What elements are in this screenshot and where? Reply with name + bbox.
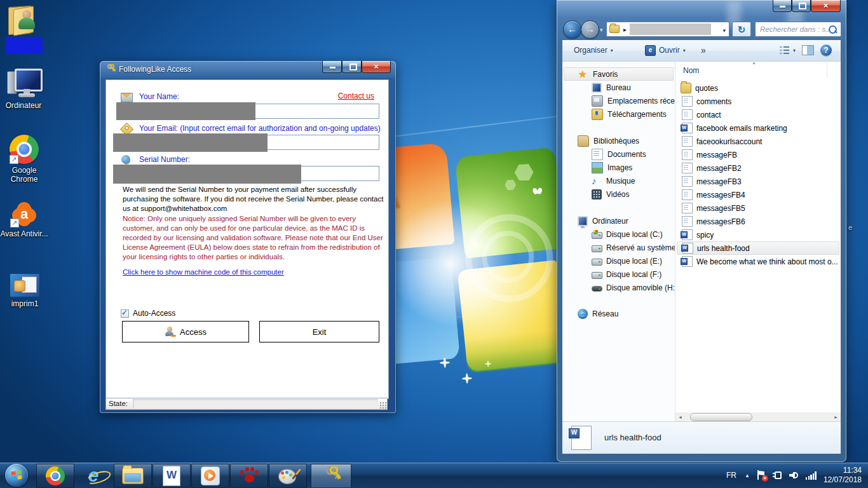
show-hidden-icons-button[interactable]: ▲ (745, 473, 750, 478)
history-dropdown-icon[interactable]: ▾ (600, 27, 603, 33)
list-item[interactable]: messageFB3 (677, 175, 839, 188)
word-file-icon (682, 229, 693, 240)
network-icon (578, 309, 588, 319)
desktop-icon-label: Google Chrome (0, 166, 51, 184)
close-button[interactable]: × (362, 61, 391, 73)
list-item[interactable]: contact (677, 108, 839, 121)
access-button[interactable]: Access (122, 321, 249, 342)
column-divider[interactable] (827, 63, 827, 78)
sidebar-item-favoris[interactable]: ★ Favoris (564, 67, 674, 81)
start-button[interactable] (5, 464, 28, 487)
scrollbar-thumb[interactable] (690, 413, 752, 421)
address-bar[interactable]: ▸ ▾ (606, 22, 729, 37)
forward-button[interactable]: → (581, 20, 599, 39)
taskbar-explorer-button[interactable] (114, 464, 152, 488)
desktop-icon-label: imprim1 (0, 299, 51, 308)
scroll-left-icon[interactable]: ◄ (675, 415, 685, 419)
address-dropdown-icon[interactable]: ▾ (722, 27, 726, 34)
desktop-icon-avast[interactable]: a ↗ Avast Antivir... (0, 201, 51, 238)
list-item[interactable]: faceookurlsaccount (677, 135, 839, 148)
clock[interactable]: 11:34 12/07/2018 (824, 466, 865, 485)
followinglike-access-window: FollowingLike Access × Contact us Your N… (100, 61, 396, 413)
horizontal-scrollbar[interactable]: ◄ ► (675, 412, 841, 422)
desktop-icon-user-folder[interactable] (0, 5, 51, 53)
exit-button[interactable]: Exit (259, 321, 379, 342)
list-item[interactable]: messageFB (677, 148, 839, 161)
scrollbar-track[interactable] (685, 412, 831, 422)
minimize-button[interactable] (322, 61, 342, 73)
word-document-icon (571, 426, 592, 450)
taskbar-paw-app-button[interactable] (230, 464, 268, 488)
sidebar-item-musique[interactable]: ♪ Musique (562, 174, 675, 187)
column-header-nom[interactable]: Nom (683, 66, 699, 75)
redacted-email-value (113, 133, 268, 152)
sidebar-item-disque-d[interactable]: Réservé au système (D:) (562, 241, 675, 254)
sidebar-item-documents[interactable]: Documents (562, 147, 675, 161)
taskbar-paint-button[interactable] (269, 464, 307, 488)
sidebar-item-disque-h[interactable]: Disque amovible (H:) (562, 281, 675, 294)
window-title[interactable]: FollowingLike Access (119, 61, 191, 78)
sidebar-item-ordinateur[interactable]: Ordinateur (562, 214, 675, 227)
minimize-button[interactable] (773, 0, 792, 12)
list-item[interactable]: messagesFB4 (677, 188, 839, 201)
dialog-status-bar: State: (105, 398, 388, 410)
breadcrumb-arrow-icon: ▸ (623, 26, 627, 33)
computer-icon (578, 216, 588, 226)
maximize-button[interactable] (342, 61, 362, 73)
list-item[interactable]: messagesFB5 (677, 201, 839, 215)
taskbar-media-player-button[interactable] (191, 464, 229, 488)
action-center-icon[interactable]: × (757, 470, 766, 480)
list-item[interactable]: comments (677, 95, 839, 108)
list-item-selected[interactable]: urls health-food (677, 241, 839, 255)
file-list: ▲ Nom quotes comments contact facebook e… (675, 62, 841, 422)
sidebar-item-telechargements[interactable]: Téléchargements (562, 107, 675, 121)
volume-icon[interactable] (789, 471, 799, 480)
sidebar-item-bureau[interactable]: Bureau (562, 81, 675, 94)
list-item[interactable]: We become what we think about most o... (677, 255, 839, 268)
scroll-right-icon[interactable]: ► (831, 415, 841, 419)
refresh-button[interactable]: ↻ (732, 22, 751, 37)
list-item[interactable]: facebook emails marketing (677, 121, 839, 135)
close-button[interactable]: × (811, 0, 841, 12)
help-icon[interactable]: ? (820, 44, 832, 56)
maximize-button[interactable] (792, 0, 811, 12)
sidebar-item-emplacements-recents[interactable]: Emplacements récents (562, 94, 675, 107)
more-commands-button[interactable]: » (701, 40, 706, 60)
change-view-button[interactable]: ▾ (780, 46, 796, 55)
taskbar-followinglike-button[interactable] (311, 464, 351, 488)
ouvrir-menu[interactable]: e Ouvrir▾ (645, 40, 686, 60)
list-item[interactable]: spicy (677, 228, 839, 241)
windows-logo-icon (11, 470, 22, 481)
sidebar-item-disque-c[interactable]: Disque local (C:) (562, 227, 675, 241)
resize-grip[interactable] (379, 402, 386, 409)
taskbar-ie-button[interactable]: e (75, 464, 112, 487)
preview-pane-icon[interactable] (802, 45, 814, 55)
machine-code-link[interactable]: Click here to show machine code of this … (123, 268, 284, 276)
taskbar-chrome-button[interactable] (36, 464, 74, 488)
redacted-name-value (116, 102, 255, 120)
folder-icon (681, 83, 691, 93)
desktop-icon-google-chrome[interactable]: ↗ Google Chrome (0, 135, 51, 184)
language-indicator[interactable]: FR (725, 471, 738, 480)
notice-text: Notice: Only one uniquely assigned Seria… (123, 214, 386, 262)
search-input[interactable]: Rechercher dans : s... (755, 22, 841, 37)
list-item[interactable]: messagesFB6 (677, 215, 839, 228)
text-file-icon (682, 176, 693, 187)
power-plug-icon[interactable] (773, 471, 782, 480)
network-signal-icon[interactable] (806, 471, 817, 480)
desktop-icon-ordinateur[interactable]: Ordinateur (0, 67, 50, 110)
contact-us-link[interactable]: Contact us (338, 92, 374, 100)
list-item[interactable]: quotes (677, 81, 839, 95)
sidebar-item-videos[interactable]: Vidéos (562, 187, 675, 201)
sidebar-item-images[interactable]: Images (562, 161, 675, 174)
taskbar-word-button[interactable] (153, 464, 191, 488)
desktop-icon-imprim1[interactable]: imprim1 (0, 273, 51, 308)
sidebar-item-disque-e[interactable]: Disque local (E:) (562, 254, 675, 268)
organiser-menu[interactable]: Organiser▾ (574, 40, 613, 60)
list-item[interactable]: messageFB2 (677, 161, 839, 175)
sidebar-item-disque-f[interactable]: Disque local (F:) (562, 268, 675, 281)
sidebar-item-reseau[interactable]: Réseau (562, 307, 675, 320)
sidebar-item-bibliotheques[interactable]: Bibliothèques (562, 134, 675, 147)
back-button[interactable]: ← (563, 20, 581, 39)
auto-access-checkbox[interactable]: ✓ (121, 309, 129, 318)
